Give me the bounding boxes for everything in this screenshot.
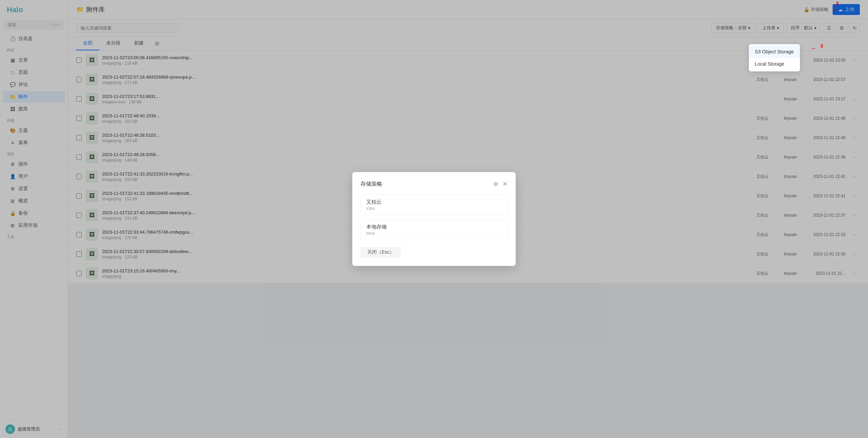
storage-item-name: 本地存储 (366, 224, 502, 230)
storage-item-youpai[interactable]: 又拍云 s3os (360, 195, 508, 215)
modal-header: 存储策略 ⊕ ✕ (360, 180, 508, 188)
storage-item-name: 又拍云 (366, 199, 502, 205)
annotation-arrow-3: ← (811, 45, 817, 52)
storage-item-local[interactable]: 本地存储 local (360, 219, 508, 240)
dropdown-item-label: Local Storage (755, 61, 784, 67)
storage-item-type: s3os (366, 206, 502, 211)
storage-dropdown: S3 Object Storage ← 3 Local Storage (749, 44, 800, 71)
modal-header-icons: ⊕ ✕ (493, 180, 508, 188)
dropdown-item-s3[interactable]: S3 Object Storage ← 3 (749, 46, 800, 58)
modal-title: 存储策略 (360, 181, 382, 188)
dropdown-item-local[interactable]: Local Storage (749, 58, 800, 70)
modal-close-button[interactable]: 关闭（Esc） (360, 247, 401, 258)
annotation-num-3: 3 (820, 43, 823, 49)
modal-add-btn[interactable]: ⊕ (493, 180, 498, 188)
dropdown-item-label: S3 Object Storage (755, 49, 794, 54)
storage-item-type: local (366, 231, 502, 236)
modal-close-icon[interactable]: ✕ (502, 180, 508, 188)
storage-policy-modal: 存储策略 ⊕ ✕ 又拍云 s3os 本地存储 local 关闭（Esc） (352, 172, 516, 266)
modal-overlay[interactable]: 存储策略 ⊕ ✕ 又拍云 s3os 本地存储 local 关闭（Esc） (0, 0, 868, 438)
